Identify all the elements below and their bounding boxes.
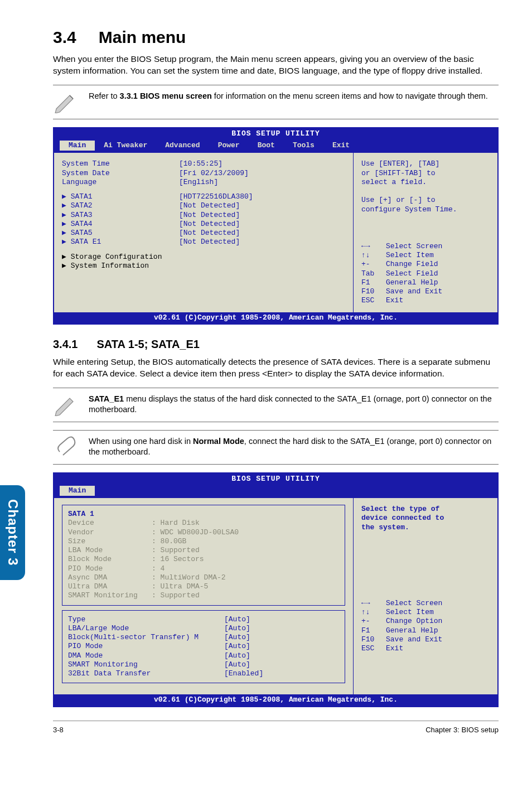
bios-screen-main: BIOS SETUP UTILITY Main Ai Tweaker Advan… <box>53 127 499 325</box>
pencil-icon <box>53 91 78 113</box>
row-smart-monitor[interactable]: SMART Monitoring <box>68 660 224 669</box>
intro-paragraph: When you enter the BIOS Setup program, t… <box>53 54 499 77</box>
paperclip-icon <box>53 436 78 458</box>
row-system-info[interactable]: ▶ System Information <box>62 262 179 270</box>
row-block-transfer[interactable]: Block(Multi-sector Transfer) M <box>68 633 224 642</box>
bios-left-panel: SATA 1 Device: Hard Disk Vendor: WDC WD8… <box>54 498 354 694</box>
note-text: Refer to 3.3.1 BIOS menu screen for info… <box>89 91 488 102</box>
row-pio-mode[interactable]: PIO Mode <box>68 642 224 651</box>
note-sata-e1: SATA_E1 menu displays the status of the … <box>53 388 499 422</box>
row-32bit-transfer[interactable]: 32Bit Data Transfer <box>68 669 224 678</box>
row-language[interactable]: Language <box>62 178 179 187</box>
row-system-time[interactable]: System Time <box>62 160 179 168</box>
bios-title: BIOS SETUP UTILITY <box>54 128 497 139</box>
bios-footer: v02.61 (C)Copyright 1985-2008, American … <box>54 312 497 323</box>
section-heading: 3.4Main menu <box>53 28 499 47</box>
row-sata-e1[interactable]: ▶ SATA E1 <box>62 238 179 247</box>
tab-ai-tweaker[interactable]: Ai Tweaker <box>95 141 156 151</box>
val-system-time[interactable]: [10:55:25] <box>179 160 223 168</box>
row-sata5[interactable]: ▶ SATA5 <box>62 229 179 238</box>
pencil-icon <box>53 394 78 416</box>
row-sata2[interactable]: ▶ SATA2 <box>62 201 179 210</box>
row-system-date[interactable]: System Date <box>62 169 179 178</box>
bios-help-panel: Use [ENTER], [TAB] or [SHIFT-TAB] to sel… <box>354 153 497 312</box>
bios-title: BIOS SETUP UTILITY <box>54 474 497 485</box>
val-system-date[interactable]: [Fri 02/13/2009] <box>179 169 249 178</box>
row-sata1[interactable]: ▶ SATA1 <box>62 192 179 201</box>
sata1-heading: SATA 1 <box>68 510 339 519</box>
section-number: 3.4 <box>53 28 76 46</box>
note-text: SATA_E1 menu displays the status of the … <box>89 394 499 416</box>
tab-tools[interactable]: Tools <box>284 141 323 151</box>
bios-help-panel: Select the type of device connected to t… <box>354 498 497 694</box>
tab-main[interactable]: Main <box>60 486 95 496</box>
bios-menu-bar: Main Ai Tweaker Advanced Power Boot Tool… <box>54 139 497 153</box>
tab-main[interactable]: Main <box>60 141 95 151</box>
bios-footer: v02.61 (C)Copyright 1985-2008, American … <box>54 694 497 706</box>
page-chapter-label: Chapter 3: BIOS setup <box>425 726 499 734</box>
row-storage-config[interactable]: ▶ Storage Configuration <box>62 253 179 262</box>
row-lba-large[interactable]: LBA/Large Mode <box>68 624 224 633</box>
side-chapter-tab: Chapter 3 <box>0 485 25 580</box>
bios-left-panel: System Time[10:55:25] System Date[Fri 02… <box>54 153 354 312</box>
note-refer-bios-menu: Refer to 3.3.1 BIOS menu screen for info… <box>53 85 499 119</box>
tab-advanced[interactable]: Advanced <box>156 141 209 151</box>
bios-menu-bar: Main <box>54 485 497 498</box>
subsection-heading: 3.4.1SATA 1-5; SATA_E1 <box>53 338 499 351</box>
note-text: When using one hard disk in Normal Mode,… <box>89 436 499 458</box>
page-footer: 3-8 Chapter 3: BIOS setup <box>53 721 499 734</box>
tab-boot[interactable]: Boot <box>249 141 284 151</box>
row-dma-mode[interactable]: DMA Mode <box>68 651 224 660</box>
row-sata4[interactable]: ▶ SATA4 <box>62 220 179 229</box>
page-number: 3-8 <box>53 726 64 734</box>
section-title-text: Main menu <box>99 28 186 46</box>
note-normal-mode: When using one hard disk in Normal Mode,… <box>53 430 499 465</box>
subsection-body: While entering Setup, the BIOS automatic… <box>53 356 499 380</box>
val-language[interactable]: [English] <box>179 178 218 187</box>
row-sata3[interactable]: ▶ SATA3 <box>62 211 179 220</box>
tab-power[interactable]: Power <box>209 141 249 151</box>
tab-exit[interactable]: Exit <box>323 141 359 151</box>
bios-screen-sata1: BIOS SETUP UTILITY Main SATA 1 Device: H… <box>53 472 499 707</box>
row-type[interactable]: Type <box>68 615 224 624</box>
